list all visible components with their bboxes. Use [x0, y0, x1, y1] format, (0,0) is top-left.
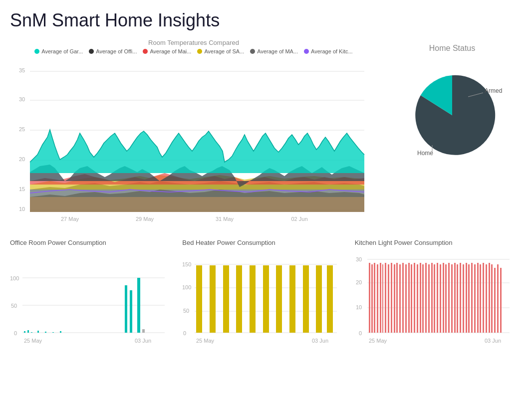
office-bar-2 — [27, 330, 29, 333]
bed-y-100: 100 — [182, 284, 191, 290]
office-chart-svg: 0 50 100 25 Ma — [10, 250, 170, 350]
bed-bar-3 — [223, 265, 229, 333]
bed-y-150: 150 — [182, 261, 191, 267]
kitchen-bar-24 — [434, 264, 435, 333]
office-bar-4 — [37, 331, 39, 333]
kitchen-bar-21 — [425, 263, 427, 333]
kitchen-bar-14 — [405, 264, 407, 333]
kitchen-bar-11 — [396, 263, 398, 333]
office-bar-3 — [31, 332, 32, 333]
main-chart-container: 35 30 25 20 15 10 — [10, 57, 377, 229]
kitchen-bar-9 — [391, 263, 392, 333]
y-label-20: 20 — [19, 156, 25, 162]
kitchen-bar-25 — [437, 263, 438, 333]
bed-y-50: 50 — [183, 308, 189, 314]
office-x-end: 03 Jun — [135, 338, 151, 344]
kitchen-bar-31 — [454, 263, 456, 333]
office-bar-spike — [125, 285, 127, 333]
kitchen-bar-40 — [480, 264, 481, 333]
kitchen-bar-19 — [420, 263, 421, 333]
kitchen-bar-45 — [494, 268, 496, 333]
legend-item-2: Average of Mai... — [143, 48, 191, 54]
office-power-chart: Office Room Power Consumption 0 50 100 — [10, 239, 177, 352]
office-bar-spike3 — [137, 278, 140, 333]
bed-bar-7 — [276, 265, 282, 333]
y-label-15: 15 — [19, 186, 25, 192]
bottom-charts: Office Room Power Consumption 0 50 100 — [10, 239, 522, 352]
kitchen-bar-37 — [471, 263, 473, 333]
kitchen-bar-46 — [497, 264, 499, 333]
y-label-25: 25 — [19, 126, 25, 132]
kitchen-chart-svg: 0 10 20 30 — [355, 250, 515, 350]
home-status-title: Home Status — [429, 44, 475, 53]
kitchen-bar-13 — [402, 263, 404, 333]
y-label-10: 10 — [19, 206, 25, 212]
bed-bar-1 — [196, 265, 202, 333]
office-bar-5 — [45, 332, 46, 333]
x-label-02jun: 02 Jun — [291, 216, 307, 222]
legend-item-1: Average of Offi... — [89, 48, 137, 54]
kitchen-y-0: 0 — [359, 330, 362, 336]
kitchen-y-30: 30 — [356, 256, 362, 262]
kitchen-x-end: 03 Jun — [485, 338, 501, 344]
kitchen-bar-4 — [377, 264, 378, 333]
kitchen-bar-2 — [371, 264, 373, 333]
office-chart-title: Office Room Power Consumption — [10, 239, 177, 246]
kitchen-bar-36 — [468, 264, 470, 333]
y-label-30: 30 — [19, 96, 25, 102]
main-chart-svg: 35 30 25 20 15 10 — [10, 57, 369, 227]
kitchen-bar-1 — [369, 263, 370, 333]
kitchen-bar-16 — [411, 264, 412, 333]
kitchen-bar-34 — [463, 264, 464, 333]
office-bar-7 — [60, 331, 61, 333]
kitchen-bar-5 — [380, 263, 381, 333]
main-chart-title: Room Temperatures Compared — [10, 39, 377, 46]
x-label-29may: 29 May — [136, 216, 154, 222]
bed-bar-2 — [210, 265, 216, 333]
bed-chart-title: Bed Heater Power Consumption — [182, 239, 349, 246]
bed-bar-11 — [327, 265, 333, 333]
bed-bar-5 — [250, 265, 256, 333]
bed-heater-chart: Bed Heater Power Consumption 0 50 100 15… — [182, 239, 349, 352]
office-bar-6 — [52, 332, 54, 333]
kitchen-bar-23 — [431, 263, 433, 333]
office-bar-spike2 — [130, 290, 132, 333]
kitchen-bar-6 — [382, 264, 383, 333]
bed-bar-8 — [289, 265, 295, 333]
kitchen-bar-43 — [489, 263, 490, 333]
kitchen-bar-44 — [491, 264, 493, 333]
x-label-31may: 31 May — [216, 216, 234, 222]
kitchen-bar-27 — [443, 263, 444, 333]
office-y-50: 50 — [11, 303, 17, 309]
bed-bar-4 — [236, 265, 242, 333]
legend-item-5: Average of Kitc... — [304, 48, 353, 54]
office-bar-1 — [24, 331, 25, 333]
office-bar-gray — [142, 329, 145, 333]
bed-chart-svg: 0 50 100 150 — [182, 250, 342, 350]
kitchen-y-10: 10 — [356, 304, 362, 310]
kitchen-bar-8 — [388, 264, 389, 333]
bed-x-start: 25 May — [196, 338, 215, 344]
kitchen-bar-42 — [486, 264, 487, 333]
office-x-start: 25 May — [24, 338, 42, 344]
main-chart-legend: Average of Gar...Average of Offi...Avera… — [10, 48, 377, 54]
app-title: SnM Smart Home Insights — [10, 10, 522, 31]
bed-bar-10 — [316, 265, 322, 333]
bed-x-end: 03 Jun — [312, 338, 328, 344]
home-status-chart: Armed Home — [392, 58, 512, 173]
kitchen-bar-28 — [445, 264, 447, 333]
kitchen-bar-38 — [474, 264, 476, 333]
y-label-35: 35 — [19, 67, 25, 73]
kitchen-bar-30 — [451, 264, 453, 333]
kitchen-bar-29 — [448, 263, 450, 333]
kitchen-bar-18 — [417, 264, 418, 333]
kitchen-bar-32 — [457, 264, 458, 333]
kitchen-chart-title: Kitchen Light Power Consumption — [355, 239, 522, 246]
legend-item-3: Average of SA... — [197, 48, 244, 54]
office-y-100: 100 — [10, 275, 19, 281]
home-status-section: Home Status Armed Home — [382, 39, 522, 229]
kitchen-bar-3 — [374, 263, 375, 333]
kitchen-y-20: 20 — [356, 279, 362, 285]
x-label-27may: 27 May — [61, 216, 79, 222]
kitchen-bar-33 — [460, 263, 461, 333]
